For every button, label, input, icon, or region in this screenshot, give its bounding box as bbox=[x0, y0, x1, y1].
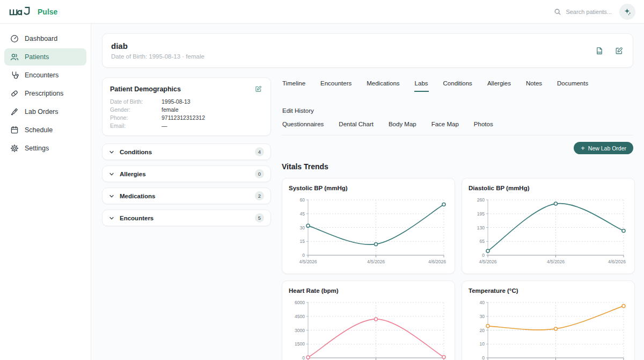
tab-body-map[interactable]: Body Map bbox=[388, 119, 417, 133]
chart-card-heart-rate-bpm: Heart Rate (bpm)015003000450060004/5/202… bbox=[282, 280, 455, 360]
search-input[interactable]: Search patients... bbox=[554, 8, 612, 16]
tab-edit-history[interactable]: Edit History bbox=[282, 106, 314, 119]
svg-text:4/5/2026: 4/5/2026 bbox=[367, 259, 385, 264]
svg-text:30: 30 bbox=[300, 225, 305, 231]
sidebar-item-label: Lab Orders bbox=[25, 108, 58, 116]
sidebar-item-encounters[interactable]: Encounters bbox=[4, 67, 86, 84]
svg-text:0: 0 bbox=[482, 253, 485, 258]
demographics-row: Phone:97112312312312 bbox=[110, 114, 263, 122]
tab-allergies[interactable]: Allergies bbox=[487, 78, 511, 92]
new-lab-order-button[interactable]: + New Lab Order bbox=[574, 142, 633, 154]
sidebar-item-patients[interactable]: Patients bbox=[4, 48, 86, 66]
sidebar-nav: DashboardPatientsEncountersPrescriptions… bbox=[0, 30, 91, 157]
chart-title: Heart Rate (bpm) bbox=[289, 287, 448, 294]
edit-patient-button[interactable] bbox=[614, 46, 624, 56]
brand-logo-icon bbox=[9, 5, 32, 18]
svg-text:260: 260 bbox=[477, 197, 485, 203]
count-badge: 4 bbox=[255, 147, 264, 156]
svg-text:40: 40 bbox=[480, 300, 485, 305]
tab-notes[interactable]: Notes bbox=[525, 78, 543, 92]
count-badge: 2 bbox=[255, 191, 264, 200]
accordion-medications[interactable]: Medications2 bbox=[102, 188, 271, 204]
chart-title: Systolic BP (mmHg) bbox=[289, 185, 448, 191]
tab-timeline[interactable]: Timeline bbox=[282, 78, 306, 92]
svg-text:10: 10 bbox=[480, 341, 485, 347]
line-chart: 0102030404/5/20264/5/20264/6/2026 bbox=[469, 297, 628, 360]
svg-text:4500: 4500 bbox=[295, 314, 305, 319]
svg-text:4/5/2026: 4/5/2026 bbox=[299, 259, 317, 264]
search-icon bbox=[554, 8, 561, 16]
tab-photos[interactable]: Photos bbox=[473, 119, 494, 133]
field-label: Gender: bbox=[110, 106, 162, 114]
gear-icon bbox=[10, 144, 19, 153]
svg-text:60: 60 bbox=[300, 197, 305, 203]
svg-text:30: 30 bbox=[480, 314, 485, 319]
accordion-label: Conditions bbox=[120, 149, 152, 155]
tab-documents[interactable]: Documents bbox=[557, 78, 589, 92]
sidebar-item-prescriptions[interactable]: Prescriptions bbox=[4, 85, 86, 102]
brand[interactable]: Pulse bbox=[9, 5, 57, 18]
chart-title: Temperature (°C) bbox=[469, 287, 628, 294]
sidebar-item-label: Patients bbox=[25, 53, 49, 61]
tab-labs[interactable]: Labs bbox=[414, 78, 429, 92]
section-title: Vitals Trends bbox=[282, 162, 633, 171]
patient-subtitle: Date of Birth: 1995-08-13 · female bbox=[111, 53, 204, 60]
sidebar-item-label: Dashboard bbox=[25, 35, 57, 42]
tab-bar: TimelineEncountersMedicationsLabsConditi… bbox=[282, 77, 633, 135]
svg-text:4/6/2026: 4/6/2026 bbox=[428, 259, 446, 264]
top-header: Pulse Search patients... bbox=[0, 0, 644, 24]
stethoscope-icon bbox=[10, 71, 19, 80]
tab-dental-chart[interactable]: Dental Chart bbox=[338, 119, 374, 133]
chevron-down-icon bbox=[109, 149, 114, 155]
patients-icon bbox=[10, 53, 19, 61]
line-chart: 015003000450060004/5/20264/5/20264/6/202… bbox=[289, 297, 448, 360]
tab-questionnaires[interactable]: Questionnaires bbox=[282, 119, 324, 133]
ai-assistant-button[interactable] bbox=[619, 4, 635, 20]
sidebar-item-label: Settings bbox=[25, 145, 49, 152]
accordion-allergies[interactable]: Allergies0 bbox=[102, 165, 271, 182]
svg-text:4/5/2026: 4/5/2026 bbox=[547, 259, 565, 264]
tab-conditions[interactable]: Conditions bbox=[443, 78, 473, 92]
field-value: female bbox=[162, 106, 179, 114]
svg-text:0: 0 bbox=[482, 355, 485, 360]
demographics-row: Email:— bbox=[110, 122, 263, 130]
accordion-label: Encounters bbox=[120, 215, 153, 221]
svg-text:4/5/2026: 4/5/2026 bbox=[479, 259, 496, 264]
sidebar-item-schedule[interactable]: Schedule bbox=[4, 121, 86, 139]
edit-demographics-button[interactable] bbox=[254, 84, 263, 93]
accordion-conditions[interactable]: Conditions4 bbox=[102, 143, 271, 160]
line-chart: 0153045604/5/20264/5/20264/6/2026 bbox=[289, 195, 448, 267]
chart-card-temperature-c: Temperature (°C)0102030404/5/20264/5/202… bbox=[462, 280, 635, 360]
sidebar-item-dashboard[interactable]: Dashboard bbox=[4, 30, 86, 47]
chart-card-systolic-bp-mmhg: Systolic BP (mmHg)0153045604/5/20264/5/2… bbox=[282, 178, 455, 274]
tab-row-1: TimelineEncountersMedicationsLabsConditi… bbox=[282, 78, 633, 119]
sidebar-item-label: Encounters bbox=[25, 71, 58, 79]
calendar-icon bbox=[10, 126, 19, 134]
field-label: Date of Birth: bbox=[110, 98, 162, 106]
tab-face-map[interactable]: Face Map bbox=[431, 119, 459, 133]
svg-text:15: 15 bbox=[300, 239, 305, 244]
accordion-encounters[interactable]: Encounters5 bbox=[102, 210, 271, 226]
field-value: — bbox=[162, 122, 167, 130]
chevron-down-icon bbox=[109, 215, 114, 221]
sidebar: DashboardPatientsEncountersPrescriptions… bbox=[0, 24, 91, 360]
svg-text:130: 130 bbox=[477, 225, 485, 231]
chevron-down-icon bbox=[109, 193, 114, 199]
demographics-rows: Date of Birth:1995-08-13Gender:femalePho… bbox=[110, 98, 263, 130]
dashboard-icon bbox=[10, 34, 19, 43]
export-pdf-button[interactable]: PDF bbox=[594, 46, 604, 56]
plus-icon: + bbox=[581, 145, 585, 152]
sidebar-item-settings[interactable]: Settings bbox=[4, 140, 86, 157]
tab-medications[interactable]: Medications bbox=[366, 78, 400, 92]
svg-text:20: 20 bbox=[480, 328, 485, 333]
count-badge: 0 bbox=[255, 169, 264, 178]
count-badge: 5 bbox=[255, 213, 264, 222]
tab-encounters[interactable]: Encounters bbox=[320, 78, 352, 92]
patient-header-card: diab Date of Birth: 1995-08-13 · female … bbox=[102, 33, 633, 68]
test-tube-icon bbox=[10, 107, 19, 116]
sidebar-item-lab-orders[interactable]: Lab Orders bbox=[4, 103, 86, 120]
sparkles-icon bbox=[623, 8, 632, 16]
sidebar-item-label: Schedule bbox=[25, 126, 53, 134]
field-label: Phone: bbox=[110, 114, 162, 122]
brand-name: Pulse bbox=[38, 8, 57, 16]
